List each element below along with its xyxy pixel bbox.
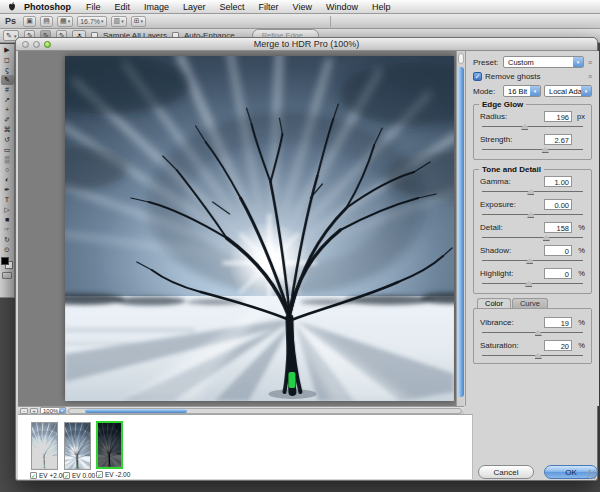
minimize-window-icon[interactable]	[33, 41, 40, 48]
bridge-icon[interactable]: ▣	[23, 16, 36, 27]
thumbnail-checkbox[interactable]: ✓	[30, 472, 37, 479]
move-tool[interactable]: ▶	[1, 45, 14, 55]
type-tool[interactable]: T	[1, 195, 14, 205]
slider-value-input[interactable]: 0.00	[544, 199, 572, 210]
shape-tool[interactable]: ■	[1, 215, 14, 225]
thumbnail-checkbox[interactable]: ✓	[96, 471, 103, 478]
slider-thumb[interactable]	[535, 353, 542, 359]
slider-track[interactable]	[482, 280, 583, 287]
slider-track[interactable]	[482, 146, 583, 153]
menu-filter[interactable]: Filter	[252, 2, 286, 12]
color-swatches[interactable]	[1, 257, 13, 269]
source-thumbnail[interactable]: ✓EV 0.00	[64, 422, 91, 470]
photoshop-screen: Photoshop FileEditImageLayerSelectFilter…	[0, 0, 600, 492]
arrange-documents-icon[interactable]: ▥▾	[111, 16, 127, 27]
menu-select[interactable]: Select	[213, 2, 252, 12]
history-brush-tool[interactable]: ↺	[1, 135, 14, 145]
slider-thumb[interactable]	[542, 147, 549, 153]
slider-value-input[interactable]: 1.00	[544, 176, 572, 187]
preset-dropdown[interactable]: Custom ▾	[503, 56, 584, 68]
preview-canvas[interactable]	[18, 51, 456, 406]
source-thumbnail[interactable]: ✓EV +2.00	[31, 422, 58, 470]
tab-curve[interactable]: Curve	[512, 298, 548, 308]
menu-view[interactable]: View	[286, 2, 319, 12]
horizontal-scrollbar-thumb[interactable]	[85, 409, 187, 413]
marquee-tool[interactable]: ◻	[1, 55, 14, 65]
thumbnail-checkbox[interactable]: ✓	[63, 472, 70, 479]
slider-value-input[interactable]: 19	[544, 317, 572, 328]
menu-image[interactable]: Image	[137, 2, 176, 12]
view-extras-icon[interactable]: ▦▾	[57, 16, 73, 27]
menu-file[interactable]: File	[79, 2, 108, 12]
lasso-tool[interactable]: ϛ	[1, 65, 14, 75]
slider-track[interactable]	[482, 123, 583, 130]
preset-menu-icon[interactable]: ≡	[588, 59, 592, 66]
dialog-titlebar[interactable]: Merge to HDR Pro (100%)	[16, 38, 597, 51]
vertical-scrollbar[interactable]	[456, 51, 464, 406]
mini-bridge-icon[interactable]: ▤	[40, 16, 53, 27]
quick-selection-tool[interactable]: ✎	[1, 75, 14, 85]
eraser-tool[interactable]: ▭	[1, 145, 14, 155]
slider-track[interactable]	[482, 188, 583, 195]
quick-mask-icon[interactable]	[2, 272, 12, 279]
hand-tool[interactable]: ☞	[1, 225, 14, 235]
path-selection-tool[interactable]: ▷	[1, 205, 14, 215]
slider-track[interactable]	[482, 352, 583, 359]
zoom-in-button[interactable]: +	[30, 408, 38, 414]
bit-depth-dropdown[interactable]: 16 Bit ▾	[503, 85, 541, 97]
slider-value-input[interactable]: 2.67	[544, 134, 572, 145]
slider-thumb[interactable]	[527, 212, 534, 218]
slider-value-input[interactable]: 20	[544, 340, 572, 351]
healing-brush-tool[interactable]: +	[1, 105, 14, 115]
source-thumbnail[interactable]: ✓EV -2.00	[96, 421, 123, 469]
slider-thumb[interactable]	[535, 330, 542, 336]
slider-track[interactable]	[482, 211, 583, 218]
brush-tool[interactable]: ✐	[1, 115, 14, 125]
rotate-view-tool[interactable]: ↻	[1, 235, 14, 245]
vertical-scrollbar-thumb[interactable]	[458, 67, 464, 397]
zoom-window-icon[interactable]	[44, 41, 51, 48]
zoom-level-dropdown[interactable]: 16.7%▾	[77, 16, 106, 27]
menu-photoshop[interactable]: Photoshop	[22, 2, 79, 12]
menu-edit[interactable]: Edit	[108, 2, 138, 12]
slider-thumb[interactable]	[543, 235, 550, 241]
slider-track[interactable]	[482, 234, 583, 241]
tab-color[interactable]: Color	[477, 298, 511, 308]
close-window-icon[interactable]	[22, 41, 29, 48]
menu-layer[interactable]: Layer	[176, 2, 213, 12]
slider-track[interactable]	[482, 257, 583, 264]
screen-mode-icon[interactable]: ⊞▾	[131, 16, 146, 27]
slider-value-input[interactable]: 196	[544, 111, 572, 122]
remove-ghosts-checkbox[interactable]: ✓	[473, 72, 482, 81]
slider-thumb[interactable]	[525, 281, 532, 287]
brush-tool-icon: ✐	[4, 115, 10, 125]
slider-row-top: Highlight:0%	[480, 267, 585, 279]
slider-value-input[interactable]: 0	[544, 245, 572, 256]
blur-tool[interactable]: ○	[1, 165, 14, 175]
cancel-button[interactable]: Cancel	[478, 465, 534, 479]
gradient-tool[interactable]: ▒	[1, 155, 14, 165]
slider-thumb[interactable]	[526, 258, 533, 264]
menu-window[interactable]: Window	[319, 2, 365, 12]
pen-tool[interactable]: ✒	[1, 185, 14, 195]
menu-help[interactable]: Help	[365, 2, 398, 12]
eyedropper-tool[interactable]: ↗	[1, 95, 14, 105]
zoom-out-button[interactable]: -	[20, 408, 28, 414]
zoom-percent-dropdown[interactable]: 100% ▾	[40, 407, 66, 414]
method-dropdown[interactable]: Local Adaptation ▾	[544, 85, 592, 97]
slider-thumb[interactable]	[527, 189, 534, 195]
panel-options-icon[interactable]: ≡	[588, 73, 592, 80]
zoom-tool[interactable]: ⊙	[1, 245, 14, 255]
horizontal-scrollbar[interactable]	[68, 408, 462, 414]
slider-thumb[interactable]	[521, 124, 528, 130]
resize-grip[interactable]	[587, 470, 596, 479]
apple-menu-icon[interactable]	[8, 2, 16, 11]
foreground-color-swatch[interactable]	[1, 257, 9, 265]
slider-value-input[interactable]: 158	[544, 222, 572, 233]
slider-row: Vibrance:19%	[480, 316, 585, 336]
dodge-tool[interactable]: ◐	[1, 175, 14, 185]
clone-stamp-tool[interactable]: ⌘	[1, 125, 14, 135]
slider-track[interactable]	[482, 329, 583, 336]
crop-tool[interactable]: #	[1, 85, 14, 95]
slider-value-input[interactable]: 0	[544, 268, 572, 279]
